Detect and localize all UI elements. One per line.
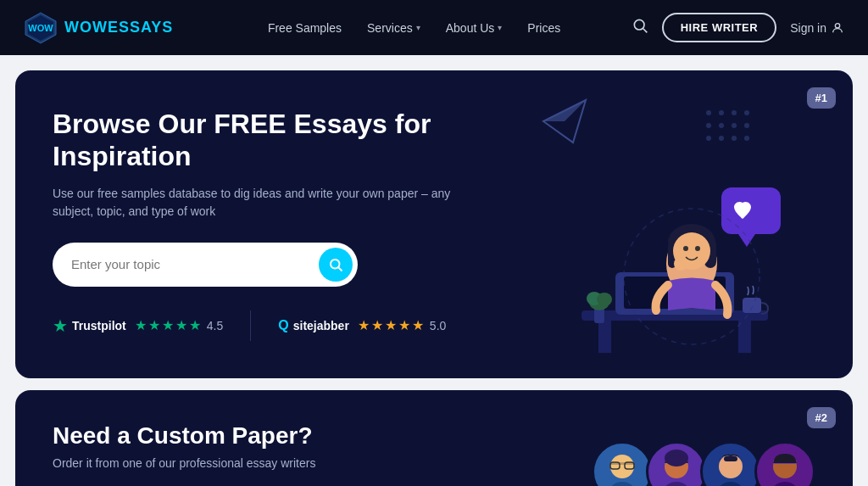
- svg-point-20: [331, 260, 340, 269]
- hire-writer-button[interactable]: HIRE WRITER: [662, 13, 776, 42]
- search-icon[interactable]: [632, 17, 648, 38]
- services-caret: ▾: [416, 23, 420, 32]
- logo-text: WOWESSAYS: [64, 19, 173, 36]
- nav-about-us[interactable]: About Us ▾: [436, 16, 513, 40]
- svg-rect-40: [743, 298, 761, 313]
- custom-subtitle: Order it from one of our professional es…: [53, 456, 315, 470]
- ratings-divider: [250, 310, 251, 341]
- avatars-row: [592, 441, 815, 486]
- avatar-2: [646, 441, 707, 486]
- search-submit-icon: [328, 257, 343, 272]
- trustpilot-stars: ★ ★ ★ ★ ★ 4.5: [135, 317, 223, 333]
- svg-point-34: [695, 246, 700, 251]
- svg-point-45: [610, 455, 634, 478]
- svg-point-35: [674, 257, 687, 271]
- ratings-row: ★ Trustpilot ★ ★ ★ ★ ★ 4.5: [53, 310, 519, 341]
- trustpilot-logo-icon: ★: [53, 316, 68, 336]
- svg-marker-42: [738, 234, 755, 247]
- custom-badge: #2: [807, 407, 836, 428]
- svg-point-10: [732, 110, 737, 115]
- custom-section: #2 Need a Custom Paper? Order it from on…: [15, 390, 853, 486]
- logo-icon: WOW: [24, 11, 58, 45]
- sitejabber-score: 5.0: [430, 319, 446, 332]
- about-caret: ▾: [498, 23, 502, 32]
- sitejabber-logo-icon: Q: [278, 318, 288, 333]
- avatar-3: [700, 441, 761, 486]
- svg-text:WOW: WOW: [28, 23, 53, 33]
- svg-point-15: [744, 123, 749, 128]
- svg-line-21: [338, 267, 342, 271]
- svg-point-14: [732, 123, 737, 128]
- nav-free-samples[interactable]: Free Samples: [258, 16, 352, 40]
- svg-point-8: [706, 110, 711, 115]
- search-button[interactable]: [319, 248, 353, 282]
- hero-subtitle: Use our free samples database to dig ide…: [53, 185, 459, 221]
- sitejabber-text: sitejabber: [293, 319, 349, 332]
- svg-rect-23: [598, 319, 611, 353]
- avatar-1: [592, 441, 653, 486]
- svg-point-12: [706, 123, 711, 128]
- svg-rect-54: [724, 456, 737, 461]
- svg-point-5: [835, 23, 839, 27]
- svg-point-55: [770, 482, 800, 486]
- nav-services[interactable]: Services ▾: [357, 16, 431, 40]
- svg-point-11: [744, 110, 749, 115]
- svg-line-4: [643, 29, 647, 33]
- navbar: WOW WOWESSAYS Free Samples Services ▾ Ab…: [0, 0, 868, 55]
- hero-title: Browse Our FREE Essays for Inspiration: [53, 108, 519, 173]
- svg-rect-41: [721, 187, 781, 234]
- user-icon: [831, 21, 844, 35]
- nav-actions: HIRE WRITER Sign in: [632, 13, 844, 42]
- svg-point-49: [661, 482, 692, 486]
- search-bar: [53, 243, 358, 287]
- svg-point-13: [719, 123, 724, 128]
- svg-point-3: [634, 20, 644, 30]
- main-content: #1 Browse Our FREE Essays for Inspiratio…: [0, 55, 868, 486]
- trustpilot-rating: ★ Trustpilot ★ ★ ★ ★ ★ 4.5: [53, 316, 223, 336]
- sitejabber-stars: ★ ★ ★ ★ ★ 5.0: [358, 317, 446, 333]
- trustpilot-score: 4.5: [207, 319, 223, 332]
- svg-point-33: [683, 246, 688, 251]
- hero-content: Browse Our FREE Essays for Inspiration U…: [53, 108, 519, 341]
- search-input[interactable]: [71, 257, 319, 271]
- nav-prices[interactable]: Prices: [517, 16, 570, 40]
- svg-marker-7: [543, 100, 586, 121]
- custom-content: Need a Custom Paper? Order it from one o…: [53, 422, 315, 486]
- sign-in-link[interactable]: Sign in: [790, 21, 844, 35]
- svg-point-39: [597, 293, 612, 306]
- nav-links: Free Samples Services ▾ About Us ▾ Price…: [197, 16, 631, 40]
- custom-title: Need a Custom Paper?: [53, 422, 315, 450]
- logo[interactable]: WOW WOWESSAYS: [24, 11, 173, 45]
- trustpilot-logo: ★ Trustpilot: [53, 316, 126, 336]
- svg-point-44: [607, 482, 637, 486]
- avatar-4: [754, 441, 815, 486]
- sitejabber-logo: Q sitejabber: [278, 318, 349, 333]
- hero-illustration: W: [531, 141, 819, 378]
- svg-point-52: [715, 482, 746, 486]
- trustpilot-text: Trustpilot: [72, 319, 126, 332]
- sitejabber-rating: Q sitejabber ★ ★ ★ ★ ★ 5.0: [278, 317, 446, 333]
- hero-section: #1 Browse Our FREE Essays for Inspiratio…: [15, 70, 853, 378]
- hero-badge: #1: [807, 87, 836, 109]
- svg-point-9: [719, 110, 724, 115]
